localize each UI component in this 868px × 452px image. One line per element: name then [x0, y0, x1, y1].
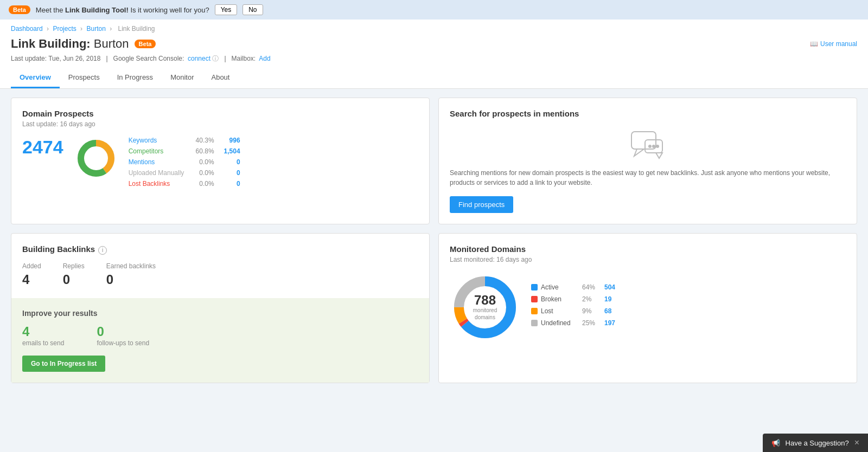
banner-yes-button[interactable]: Yes — [215, 4, 238, 15]
followups-value: 0 — [97, 324, 149, 339]
prospects-table: Keywords 40.3% 996 Competitors 60.8% 1,5… — [129, 137, 418, 191]
monitored-legend: Active 64% 504 Broken 2% 19 Lost 9% 68 — [531, 283, 846, 331]
prospect-label-keywords: Keywords — [129, 137, 188, 144]
monitored-domains-card: Monitored Domains Last monitored: 16 day… — [438, 233, 857, 383]
prospect-row-competitors: Competitors 60.8% 1,504 — [129, 147, 418, 155]
tab-in-progress[interactable]: In Progress — [108, 68, 162, 88]
mailbox-label: Mailbox: — [232, 55, 256, 62]
added-stat: Added 4 — [22, 262, 41, 287]
monitored-center-label: monitoreddomains — [473, 307, 497, 321]
broken-count[interactable]: 19 — [604, 295, 611, 303]
active-pct: 64% — [582, 283, 601, 291]
header: Dashboard › Projects › Burton › Link Bui… — [0, 20, 868, 89]
prospect-label-uploaded: Uploaded Manually — [129, 169, 188, 177]
prospect-label-lost: Lost Backlinks — [129, 180, 188, 188]
added-label: Added — [22, 262, 41, 270]
monitored-title: Monitored Domains — [450, 244, 846, 254]
monitored-content: 788 monitoreddomains Active 64% 504 Brok… — [450, 272, 846, 343]
undefined-dot — [531, 320, 538, 326]
prospect-row-lost: Lost Backlinks 0.0% 0 — [129, 180, 418, 188]
followups-label: follow-ups to send — [97, 339, 149, 347]
legend-active: Active 64% 504 — [531, 283, 846, 291]
breadcrumb: Dashboard › Projects › Burton › Link Bui… — [11, 25, 857, 33]
lost-count[interactable]: 68 — [604, 307, 611, 315]
go-to-in-progress-button[interactable]: Go to In Progress list — [22, 356, 105, 372]
prospect-row-keywords: Keywords 40.3% 996 — [129, 137, 418, 144]
emails-label: emails to send — [22, 339, 64, 347]
prospect-label-competitors: Competitors — [129, 147, 188, 155]
breadcrumb-dashboard[interactable]: Dashboard — [11, 25, 43, 33]
svg-point-7 — [648, 145, 652, 148]
monitored-center-number: 788 — [473, 294, 497, 307]
prospect-count-uploaded[interactable]: 0 — [219, 169, 240, 177]
undefined-pct: 25% — [582, 319, 601, 327]
banner-no-button[interactable]: No — [242, 4, 263, 15]
earned-label: Earned backlinks — [106, 262, 156, 270]
lost-pct: 9% — [582, 307, 601, 315]
prospect-label-mentions: Mentions — [129, 158, 188, 166]
prospect-row-mentions: Mentions 0.0% 0 — [129, 158, 418, 166]
active-count[interactable]: 504 — [604, 283, 615, 291]
legend-lost: Lost 9% 68 — [531, 307, 846, 315]
tab-about[interactable]: About — [202, 68, 238, 88]
monitored-donut: 788 monitoreddomains — [450, 272, 520, 343]
emails-value: 4 — [22, 324, 64, 339]
svg-marker-4 — [634, 149, 644, 156]
tabs: Overview Prospects In Progress Monitor A… — [11, 68, 857, 88]
domain-prospects-total: 2474 — [22, 137, 63, 158]
search-prospects-description: Searching mentions for new domain prospe… — [450, 168, 846, 188]
breadcrumb-current: Link Building — [118, 25, 155, 33]
followups-stat: 0 follow-ups to send — [97, 324, 149, 347]
last-update: Last update: Tue, Jun 26, 2018 — [11, 55, 100, 62]
mailbox-link[interactable]: Add — [259, 55, 270, 62]
replies-stat: Replies 0 — [63, 262, 85, 287]
backlinks-top: Building Backlinks i Added 4 Replies 0 E… — [11, 234, 429, 298]
breadcrumb-burton[interactable]: Burton — [86, 25, 105, 33]
broken-dot — [531, 296, 538, 302]
prospect-count-lost[interactable]: 0 — [219, 180, 240, 188]
search-icon-area — [450, 129, 846, 162]
svg-point-9 — [656, 145, 659, 148]
book-icon: 📖 — [810, 40, 818, 48]
undefined-label: Undefined — [541, 319, 579, 327]
broken-pct: 2% — [582, 295, 601, 303]
earned-stat: Earned backlinks 0 — [106, 262, 156, 287]
monitored-subtitle: Last monitored: 16 days ago — [450, 256, 846, 263]
backlinks-title-row: Building Backlinks i — [22, 244, 418, 256]
tab-prospects[interactable]: Prospects — [60, 68, 108, 88]
backlinks-title: Building Backlinks — [22, 244, 95, 254]
replies-label: Replies — [63, 262, 85, 270]
info-icon-backlinks[interactable]: i — [98, 246, 107, 255]
emails-stat: 4 emails to send — [22, 324, 64, 347]
prospect-row-uploaded: Uploaded Manually 0.0% 0 — [129, 169, 418, 177]
mentions-icon — [629, 129, 667, 162]
backlinks-stats: Added 4 Replies 0 Earned backlinks 0 — [22, 262, 418, 287]
find-prospects-button[interactable]: Find prospects — [450, 196, 513, 213]
legend-broken: Broken 2% 19 — [531, 295, 846, 303]
tab-monitor[interactable]: Monitor — [162, 68, 202, 88]
domain-prospects-title: Domain Prospects — [22, 109, 418, 118]
meta-row: Last update: Tue, Jun 26, 2018 | Google … — [11, 54, 857, 63]
lost-dot — [531, 308, 538, 314]
broken-label: Broken — [541, 295, 579, 303]
replies-value: 0 — [63, 272, 85, 287]
beta-badge: Beta — [9, 5, 30, 14]
gsc-link[interactable]: connect — [188, 55, 210, 62]
page-title: Link Building: Burton — [11, 37, 129, 51]
prospect-count-competitors[interactable]: 1,504 — [219, 147, 240, 155]
page-beta-tag: Beta — [135, 40, 156, 48]
prospect-count-mentions[interactable]: 0 — [219, 158, 240, 166]
search-prospects-title: Search for prospects in mentions — [450, 109, 846, 118]
user-manual-link[interactable]: 📖 User manual — [810, 40, 857, 48]
lost-label: Lost — [541, 307, 579, 315]
breadcrumb-projects[interactable]: Projects — [53, 25, 76, 33]
main-content: Domain Prospects Last update: 16 days ag… — [0, 89, 868, 392]
active-label: Active — [541, 283, 579, 291]
tab-overview[interactable]: Overview — [11, 68, 60, 88]
undefined-count[interactable]: 197 — [604, 319, 615, 327]
donut-center: 788 monitoreddomains — [473, 294, 497, 321]
prospect-count-keywords[interactable]: 996 — [219, 137, 240, 144]
svg-point-8 — [652, 145, 655, 148]
domain-prospects-card: Domain Prospects Last update: 16 days ag… — [11, 98, 430, 224]
improve-stats: 4 emails to send 0 follow-ups to send — [22, 324, 418, 347]
